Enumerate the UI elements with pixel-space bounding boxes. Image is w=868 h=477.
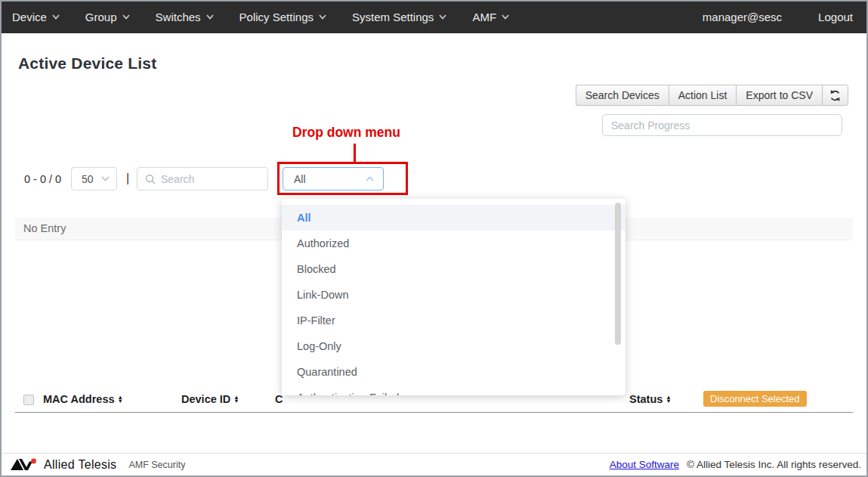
allied-telesis-logo: Allied Telesis AMF Security: [11, 458, 185, 472]
column-header-status[interactable]: Status ▲▼: [629, 393, 672, 405]
brand-logo-icon: [11, 458, 38, 472]
footer: Allied Telesis AMF Security About Softwa…: [0, 453, 868, 475]
nav-menu-device[interactable]: Device: [12, 11, 60, 23]
logged-in-user: manager@sesc: [703, 11, 782, 23]
page-size-select[interactable]: 50: [71, 167, 117, 190]
sort-icon[interactable]: ▲▼: [666, 395, 671, 403]
chevron-down-icon: [319, 14, 326, 20]
nav-menu-group[interactable]: Group: [85, 11, 130, 23]
pagination-range: 0 - 0 / 0: [24, 173, 61, 185]
separator: |: [126, 172, 129, 185]
page-size-value: 50: [82, 173, 94, 185]
search-box: [137, 167, 268, 190]
dropdown-item-blocked[interactable]: Blocked: [282, 256, 626, 282]
empty-row-text: No Entry: [23, 222, 66, 234]
dropdown-item-link-down[interactable]: Link-Down: [282, 282, 626, 308]
annotation-pointer-line: [354, 144, 356, 162]
action-list-button[interactable]: Action List: [669, 85, 737, 106]
copyright-text: © Allied Telesis Inc. All rights reserve…: [687, 459, 861, 470]
status-filter-select[interactable]: All: [283, 167, 384, 190]
table-header-divider: [15, 412, 853, 413]
refresh-icon: [829, 89, 842, 102]
nav-label: Policy Settings: [239, 11, 314, 23]
chevron-down-icon: [52, 14, 60, 20]
column-header-mac-address[interactable]: MAC Address ▲▼: [43, 393, 123, 405]
dropdown-item-authorized[interactable]: Authorized: [282, 231, 626, 256]
status-filter-dropdown: All Authorized Blocked Link-Down IP-Filt…: [282, 199, 626, 395]
top-navbar: Device Group Switches Policy Settings Sy…: [0, 0, 868, 33]
nav-label: Device: [12, 11, 47, 23]
dropdown-item-log-only[interactable]: Log-Only: [282, 333, 626, 359]
nav-label: Switches: [156, 11, 201, 23]
disconnect-selected-button[interactable]: Disconnect Selected: [703, 391, 807, 407]
nav-menu-switches[interactable]: Switches: [156, 11, 214, 23]
column-header-device-id[interactable]: Device ID ▲▼: [181, 393, 239, 405]
dropdown-scrollbar[interactable]: [615, 203, 621, 345]
annotation-label: Drop down menu: [292, 125, 400, 141]
product-name: AMF Security: [128, 460, 185, 470]
toolbar-button-group: Search Devices Action List Export to CSV: [576, 85, 848, 106]
nav-label: Group: [85, 11, 117, 23]
chevron-down-icon: [439, 14, 446, 20]
chevron-up-icon: [366, 176, 374, 181]
column-header-clipped[interactable]: C: [275, 393, 283, 405]
search-icon: [145, 174, 156, 184]
dropdown-item-clipped[interactable]: Authentication Failed: [282, 385, 626, 395]
search-devices-button[interactable]: Search Devices: [576, 85, 669, 106]
refresh-button[interactable]: [822, 85, 848, 106]
select-all-checkbox[interactable]: [23, 395, 34, 405]
about-software-link[interactable]: About Software: [610, 459, 679, 470]
search-progress-input[interactable]: [602, 114, 842, 136]
sort-icon[interactable]: ▲▼: [233, 395, 239, 403]
search-input[interactable]: [161, 173, 252, 185]
chevron-down-icon: [206, 14, 214, 20]
sort-icon[interactable]: ▲▼: [118, 395, 123, 403]
nav-label: AMF: [472, 11, 496, 23]
brand-name: Allied Telesis: [44, 458, 116, 472]
status-filter-value: All: [294, 173, 306, 185]
chevron-down-icon: [101, 176, 110, 181]
dropdown-item-ip-filter[interactable]: IP-Filter: [282, 308, 626, 333]
page-title: Active Device List: [18, 54, 156, 73]
export-to-csv-button[interactable]: Export to CSV: [736, 85, 822, 106]
chevron-down-icon: [502, 14, 509, 20]
nav-menu-policy-settings[interactable]: Policy Settings: [239, 11, 326, 23]
dropdown-item-quarantined[interactable]: Quarantined: [282, 359, 626, 385]
chevron-down-icon: [122, 14, 130, 20]
nav-menu-system-settings[interactable]: System Settings: [352, 11, 446, 23]
nav-label: System Settings: [352, 11, 434, 23]
logout-button[interactable]: Logout: [818, 11, 853, 23]
dropdown-item-all[interactable]: All: [282, 205, 626, 231]
nav-menu-amf[interactable]: AMF: [472, 11, 509, 23]
